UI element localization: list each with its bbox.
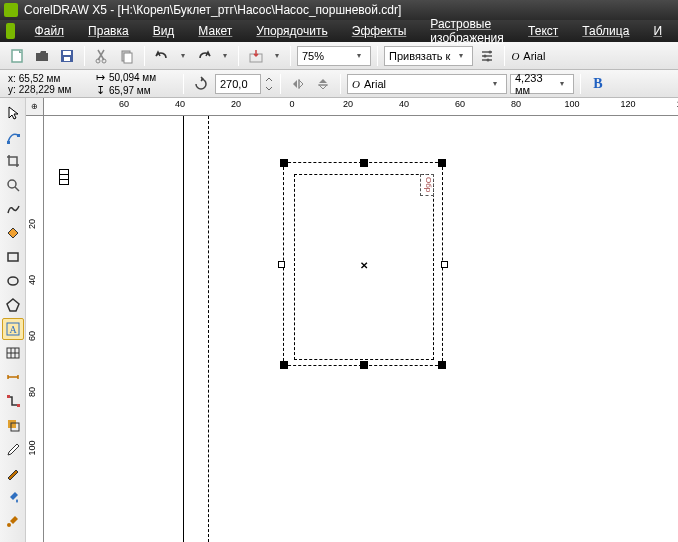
save-button[interactable]: [56, 45, 78, 67]
rectangle-tool[interactable]: [2, 246, 24, 268]
handle-e[interactable]: [441, 261, 448, 268]
app-icon: [4, 3, 18, 17]
text-font-combo[interactable]: O Arial ▾: [347, 74, 507, 94]
ruler-tick: 100: [564, 99, 579, 109]
y-value[interactable]: 228,229 мм: [19, 84, 72, 95]
svg-point-24: [7, 523, 11, 527]
handle-sw[interactable]: [280, 361, 288, 369]
interactive-fill-tool[interactable]: [2, 510, 24, 532]
crop-tool[interactable]: [2, 150, 24, 172]
svg-rect-2: [63, 51, 71, 55]
text-font-name: Arial: [364, 78, 488, 90]
app-menu-icon[interactable]: [6, 23, 15, 39]
import-dropdown[interactable]: ▾: [270, 51, 284, 60]
separator: [280, 74, 281, 94]
position-readout: x:65,52 мм y:228,229 мм: [4, 73, 90, 95]
ruler-origin[interactable]: ⊕: [26, 98, 44, 116]
standard-toolbar: ▾ ▾ ▾ 75% ▾ Привязать к ▾ O Arial: [0, 42, 678, 70]
ruler-tick: 60: [119, 99, 129, 109]
pick-tool[interactable]: [2, 102, 24, 124]
svg-text:A: A: [9, 324, 17, 335]
text-content[interactable]: Обр: [420, 174, 434, 196]
handle-n[interactable]: [360, 159, 368, 167]
freehand-tool[interactable]: [2, 198, 24, 220]
menu-layout[interactable]: Макет: [188, 22, 242, 40]
menu-view[interactable]: Вид: [143, 22, 185, 40]
svg-point-10: [484, 54, 487, 57]
horizontal-ruler[interactable]: 60 40 20 0 20 40 60 80 100 120 140: [44, 98, 678, 116]
ruler-indent-markers[interactable]: [59, 169, 69, 184]
redo-dropdown[interactable]: ▾: [218, 51, 232, 60]
height-value[interactable]: 65,97 мм: [109, 85, 151, 96]
chevron-down-icon: ▾: [488, 79, 502, 88]
menu-arrange[interactable]: Упорядочить: [246, 22, 337, 40]
separator: [290, 46, 291, 66]
dimension-tool[interactable]: [2, 366, 24, 388]
import-button[interactable]: [245, 45, 267, 67]
font-combo[interactable]: O Arial: [511, 50, 672, 62]
shape-tool[interactable]: [2, 126, 24, 148]
workspace: A ⊕ 60 40 20 0 20 40 60 80 100 120 140 2…: [0, 98, 678, 542]
menu-tools[interactable]: И: [643, 22, 672, 40]
menu-edit[interactable]: Правка: [78, 22, 139, 40]
ruler-tick: 120: [620, 99, 635, 109]
ruler-tick: 40: [27, 275, 37, 285]
handle-s[interactable]: [360, 361, 368, 369]
fill-tool[interactable]: [2, 486, 24, 508]
svg-rect-12: [7, 141, 10, 144]
spinner-icon[interactable]: [264, 74, 274, 94]
mirror-v-button[interactable]: [312, 73, 334, 95]
undo-dropdown[interactable]: ▾: [176, 51, 190, 60]
y-label: y:: [8, 84, 16, 95]
handle-ne[interactable]: [438, 159, 446, 167]
separator: [84, 46, 85, 66]
handle-nw[interactable]: [280, 159, 288, 167]
new-button[interactable]: [6, 45, 28, 67]
bold-button[interactable]: B: [587, 73, 609, 95]
eyedropper-tool[interactable]: [2, 438, 24, 460]
drawing-canvas[interactable]: ✕ Обр: [44, 116, 678, 542]
outline-tool[interactable]: [2, 462, 24, 484]
titlebar: CorelDRAW X5 - [H:\Корел\Буклет_ртг\Насо…: [0, 0, 678, 20]
toolbox: A: [0, 98, 26, 542]
polygon-tool[interactable]: [2, 294, 24, 316]
open-button[interactable]: [31, 45, 53, 67]
handle-se[interactable]: [438, 361, 446, 369]
menu-effects[interactable]: Эффекты: [342, 22, 417, 40]
copy-button[interactable]: [116, 45, 138, 67]
font-name: Arial: [523, 50, 545, 62]
mirror-h-button[interactable]: [287, 73, 309, 95]
rotation-input[interactable]: 270,0: [215, 74, 261, 94]
width-value[interactable]: 50,094 мм: [109, 72, 156, 83]
svg-point-16: [8, 277, 18, 285]
vertical-ruler[interactable]: 20 40 60 80 100: [26, 116, 44, 542]
canvas-area[interactable]: ⊕ 60 40 20 0 20 40 60 80 100 120 140 20 …: [26, 98, 678, 542]
ellipse-tool[interactable]: [2, 270, 24, 292]
separator: [580, 74, 581, 94]
font-size-value: 4,233 мм: [515, 72, 555, 96]
font-size-combo[interactable]: 4,233 мм ▾: [510, 74, 574, 94]
table-tool[interactable]: [2, 342, 24, 364]
connector-tool[interactable]: [2, 390, 24, 412]
redo-button[interactable]: [193, 45, 215, 67]
handle-w[interactable]: [278, 261, 285, 268]
font-icon: O: [352, 78, 360, 90]
options-button[interactable]: [476, 45, 498, 67]
text-tool[interactable]: A: [2, 318, 24, 340]
menu-text[interactable]: Текст: [518, 22, 568, 40]
undo-button[interactable]: [151, 45, 173, 67]
smart-fill-tool[interactable]: [2, 222, 24, 244]
height-icon: ↧: [93, 84, 107, 97]
menu-bitmaps[interactable]: Растровые изображения: [420, 15, 514, 47]
zoom-combo[interactable]: 75% ▾: [297, 46, 371, 66]
effects-tool[interactable]: [2, 414, 24, 436]
menu-table[interactable]: Таблица: [572, 22, 639, 40]
ruler-tick: 60: [455, 99, 465, 109]
x-value[interactable]: 65,52 мм: [19, 73, 61, 84]
menu-file[interactable]: Файл: [25, 22, 75, 40]
cut-button[interactable]: [91, 45, 113, 67]
snap-to-combo[interactable]: Привязать к ▾: [384, 46, 473, 66]
zoom-tool[interactable]: [2, 174, 24, 196]
text-frame[interactable]: [294, 174, 434, 360]
guideline[interactable]: [208, 116, 209, 542]
